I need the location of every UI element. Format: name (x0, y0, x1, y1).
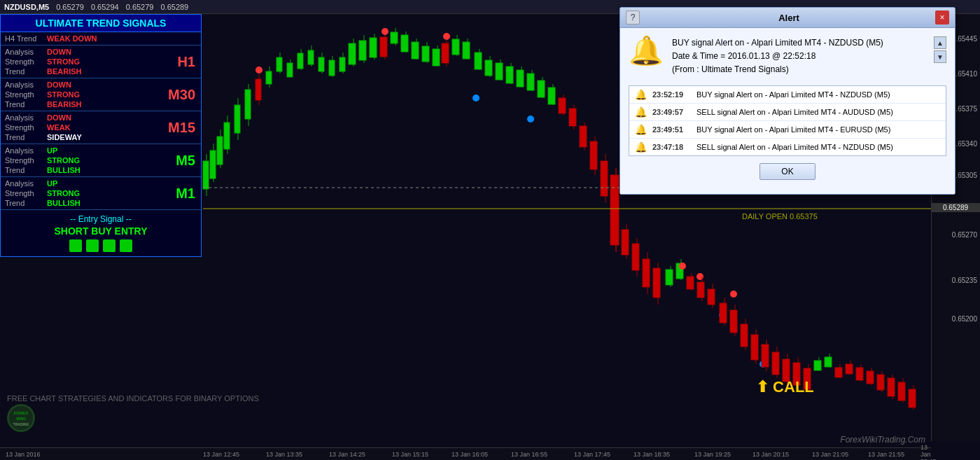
svg-rect-35 (359, 41, 366, 60)
svg-rect-136 (846, 364, 853, 374)
left-panel: ULTIMATE TREND SIGNALS H4 Trend WEAK DOW… (0, 14, 202, 257)
svg-point-40 (382, 28, 388, 35)
time-10: 13 Jan 20:15 (752, 451, 789, 458)
m5-section: M5 Analysis UP Strength STRONG Trend BUL… (1, 144, 201, 177)
m15-analysis-value: DOWN (47, 113, 71, 122)
alert-text-4: SELL signal Alert on - Alpari Limited MT… (696, 143, 893, 151)
h1-strength-row: Strength STRONG (1, 57, 159, 67)
m1-trend-value: BULLISH (47, 199, 80, 207)
h1-strength-label: Strength (5, 57, 47, 66)
m15-strength-row: Strength WEAK (1, 123, 159, 132)
m30-section: M30 Analysis DOWN Strength STRONG Trend … (1, 78, 201, 111)
m1-section: M1 Analysis UP Strength STRONG Trend BUL… (1, 177, 201, 210)
svg-rect-95 (653, 268, 660, 298)
alert-list: 🔔 23:52:19 BUY signal Alert on - Alpari … (629, 85, 946, 156)
svg-rect-10 (234, 105, 240, 133)
svg-rect-93 (643, 259, 650, 287)
alert-time-3: 23:49:51 (652, 125, 691, 134)
price-65305: 0.65305 (952, 172, 977, 179)
svg-point-53 (443, 33, 450, 40)
h1-trend-value: BEARISH (47, 67, 82, 76)
h4-label: H4 Trend (5, 34, 47, 43)
alert-titlebar: ? Alert × (620, 8, 955, 28)
ok-button[interactable]: OK (760, 163, 815, 180)
svg-rect-6 (217, 137, 223, 165)
svg-point-71 (527, 116, 534, 123)
alert-row-3[interactable]: 🔔 23:49:51 BUY signal Alert on - Alpari … (629, 121, 946, 139)
svg-rect-52 (442, 43, 449, 63)
alert-row-2[interactable]: 🔔 23:49:57 SELL signal Alert on - Alpari… (629, 104, 946, 121)
svg-rect-107 (708, 289, 715, 305)
h1-strength-value: STRONG (47, 57, 80, 66)
svg-rect-55 (452, 39, 459, 55)
svg-rect-138 (856, 368, 863, 380)
svg-rect-79 (569, 109, 576, 126)
m5-strength-value: STRONG (47, 156, 80, 165)
h1-trend-label: Trend (5, 67, 47, 76)
scroll-up-button[interactable]: ▲ (934, 36, 946, 49)
entry-label: -- Entry Signal -- (6, 214, 195, 224)
svg-rect-46 (412, 42, 419, 59)
watermark-text: FREE CHART STRATEGIES AND INDICATORS FOR… (7, 394, 259, 403)
svg-rect-148 (909, 389, 916, 407)
svg-rect-102 (687, 277, 694, 289)
svg-rect-132 (825, 357, 832, 367)
h1-section: H1 Analysis DOWN Strength STRONG Trend B… (1, 46, 201, 78)
svg-rect-70 (527, 74, 534, 90)
logo-icon: FOREX WIKI TRADING (7, 404, 35, 432)
svg-rect-85 (601, 161, 608, 196)
svg-rect-21 (287, 63, 293, 77)
svg-rect-64 (496, 63, 503, 80)
m30-analysis-row: Analysis DOWN (1, 80, 159, 90)
m15-section: M15 Analysis DOWN Strength WEAK Trend SI… (1, 111, 201, 144)
alert-title: Alert (643, 13, 935, 23)
svg-point-58 (472, 95, 479, 102)
m15-analysis-row: Analysis DOWN (1, 113, 159, 123)
entry-value: SHORT BUY ENTRY (6, 225, 195, 237)
svg-rect-111 (720, 303, 727, 323)
svg-rect-77 (559, 98, 566, 113)
alert-row-4[interactable]: 🔔 23:47:18 SELL signal Alert on - Alpari… (629, 139, 946, 155)
price-65200: 0.65200 (952, 315, 977, 323)
svg-rect-73 (538, 81, 545, 97)
close-button[interactable]: × (935, 11, 949, 25)
m15-trend-label: Trend (5, 133, 47, 141)
h1-tf-label: H1 (177, 54, 195, 70)
svg-rect-66 (506, 67, 513, 83)
m5-analysis-value: UP (47, 146, 57, 155)
price3: 0.65279 (126, 3, 154, 11)
svg-rect-81 (580, 126, 587, 147)
help-button[interactable]: ? (626, 11, 640, 25)
svg-rect-62 (485, 60, 492, 76)
alert-time-4: 23:47:18 (652, 143, 691, 151)
alert-text-3: BUY signal Alert on - Alpari Limited MT4… (696, 125, 890, 134)
svg-text:DAILY OPEN 0.65375: DAILY OPEN 0.65375 (742, 212, 818, 221)
m1-trend-label: Trend (5, 199, 47, 207)
m1-trend-row: Trend BULLISH (1, 198, 159, 208)
svg-rect-68 (517, 70, 524, 87)
time-8: 13 Jan 18:35 (634, 451, 670, 458)
entry-signal: -- Entry Signal -- SHORT BUY ENTRY (1, 210, 201, 256)
scroll-down-button[interactable]: ▼ (934, 50, 946, 63)
bell-icon-1: 🔔 (635, 89, 647, 100)
alert-row-1[interactable]: 🔔 23:52:19 BUY signal Alert on - Alpari … (629, 86, 946, 104)
svg-text:WIKI: WIKI (16, 417, 26, 421)
alert-text-1: BUY signal Alert on - Alpari Limited MT4… (696, 90, 890, 99)
m30-strength-row: Strength STRONG (1, 90, 159, 99)
svg-rect-29 (329, 60, 335, 76)
svg-rect-2 (203, 161, 209, 189)
time-0: 13 Jan 2016 (6, 451, 41, 458)
svg-rect-60 (475, 53, 482, 69)
svg-rect-75 (548, 88, 555, 104)
m1-analysis-label: Analysis (5, 179, 47, 188)
m15-analysis-label: Analysis (5, 113, 47, 122)
bell-icon-large: 🔔 (629, 36, 664, 64)
svg-rect-117 (751, 335, 758, 360)
m5-trend-label: Trend (5, 166, 47, 174)
alert-time-2: 23:49:57 (652, 108, 691, 116)
h4-row: H4 Trend WEAK DOWN (1, 34, 201, 43)
price2: 0.65294 (91, 3, 119, 11)
m30-trend-label: Trend (5, 100, 47, 109)
m30-analysis-value: DOWN (47, 81, 71, 89)
time-3: 13 Jan 14:25 (329, 451, 365, 458)
